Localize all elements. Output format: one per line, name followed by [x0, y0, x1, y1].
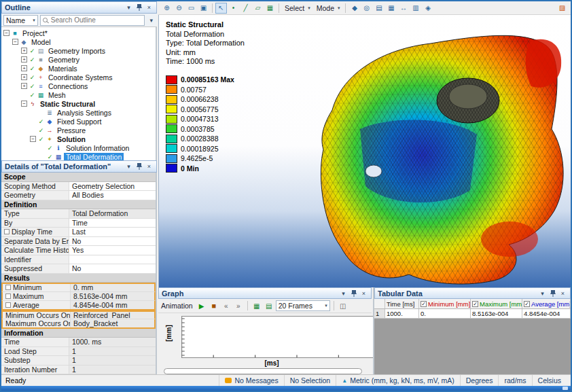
graph-chart-area: [mm] [ms] [158, 313, 372, 374]
maximum-cell[interactable]: 8.5163e-004 [471, 309, 522, 318]
scoping-method-value[interactable]: Geometry Selection [69, 182, 156, 191]
export-video-icon[interactable]: ◫ [338, 301, 348, 311]
select-dropdown[interactable]: Select ▾ [282, 3, 313, 14]
tree-item-solution[interactable]: − ✓ ✦ Solution [1, 135, 156, 143]
tree-item-fixed-support[interactable]: ✓ ◆ Fixed Support [1, 117, 156, 126]
average-column-header: ✓Average [mm] [522, 299, 571, 308]
collapse-icon[interactable]: − [30, 136, 36, 142]
show-mesh-icon[interactable]: ▦ [385, 3, 397, 14]
frames-dropdown[interactable]: 20 Frames ▾ [276, 300, 330, 311]
name-filter-dropdown[interactable]: Name ▾ [3, 15, 38, 26]
calc-history-value[interactable]: Yes [69, 246, 156, 255]
tree-item-mesh[interactable]: ✓ ▦ Mesh [1, 90, 156, 99]
legend-toggle-icon[interactable]: ▥ [410, 3, 421, 14]
geometry-imports-icon: ▤ [37, 48, 44, 54]
select-cursor-icon[interactable]: ↖ [215, 3, 227, 14]
iso-view-icon[interactable]: ◆ [348, 3, 360, 14]
display-time-value[interactable]: Last [69, 228, 156, 236]
pin-icon[interactable] [135, 3, 143, 12]
face-filter-icon[interactable]: ▱ [252, 3, 264, 14]
tree-item-static-structural[interactable]: − ϟ Static Structural [1, 99, 156, 108]
close-icon[interactable]: × [145, 3, 154, 12]
panel-menu-icon[interactable]: ▾ [538, 289, 547, 298]
time-cell[interactable]: 1000. [385, 309, 419, 318]
look-at-icon[interactable]: ◎ [361, 3, 372, 14]
wireframe-icon[interactable]: ▤ [373, 3, 385, 14]
average-cell[interactable]: 4.8454e-004 [522, 309, 571, 318]
pin-icon[interactable] [349, 289, 358, 298]
units-status[interactable]: ▲Metric (mm, kg, kN, ms, mV, mA) [336, 375, 460, 386]
identifier-value[interactable] [69, 255, 156, 264]
minimum-checkbox[interactable]: ✓ [421, 301, 427, 307]
pin-icon[interactable] [548, 289, 557, 298]
tree-item-connections[interactable]: + ✓ ≡ Connections [1, 82, 156, 90]
tree-item-model[interactable]: − ◆ Model [1, 37, 156, 46]
tree-item-geometry-imports[interactable]: + ✓ ▤ Geometry Imports [1, 46, 156, 55]
expand-icon[interactable]: + [21, 56, 27, 63]
expand-icon[interactable]: + [21, 48, 27, 54]
angle-unit-status[interactable]: Degrees [460, 375, 499, 386]
tree-item-pressure[interactable]: ✓ → Pressure [1, 126, 156, 135]
suppressed-value[interactable]: No [69, 264, 156, 273]
vertex-filter-icon[interactable]: • [228, 3, 239, 14]
angular-velocity-unit-status[interactable]: rad/ms [498, 375, 531, 386]
play-button[interactable]: ▶ [196, 301, 207, 311]
tree-item-materials[interactable]: + ✓ ◆ Materials [1, 64, 156, 73]
tree-item-analysis-settings[interactable]: ≣ Analysis Settings [1, 108, 156, 117]
filter-options-icon[interactable]: ▾ [148, 16, 155, 24]
checkbox[interactable] [5, 293, 11, 299]
by-value[interactable]: Time [69, 219, 156, 228]
geometry-value[interactable]: All Bodies [69, 191, 156, 200]
previous-frame-button[interactable]: « [221, 301, 232, 311]
zoom-in-icon[interactable]: ⊕ [161, 3, 173, 14]
zoom-out-icon[interactable]: ⊖ [173, 3, 185, 14]
stop-button[interactable]: ■ [209, 301, 219, 311]
report-preview-icon[interactable]: ▨ [556, 3, 568, 14]
body-filter-icon[interactable]: ▦ [264, 3, 276, 14]
mode-dropdown[interactable]: Mode ▾ [314, 3, 343, 14]
viewport-3d[interactable]: Static Structural Total Deformation Type… [158, 15, 571, 287]
search-input[interactable] [50, 16, 142, 24]
panel-menu-icon[interactable]: ▾ [124, 3, 133, 12]
legend-entry: 0.00018925 [166, 144, 234, 154]
tabular-data-panel: Tabular Data ▾ × Time [ms] ✓Minimum [mm]… [373, 287, 571, 374]
checkbox[interactable] [5, 285, 11, 290]
maximum-checkbox[interactable]: ✓ [472, 301, 478, 307]
checkbox[interactable] [5, 302, 11, 308]
result-sets-icon[interactable]: ▦ [251, 301, 262, 311]
temperature-unit-status[interactable]: Celsius [532, 375, 567, 386]
minimum-cell[interactable]: 0. [419, 309, 471, 318]
close-icon[interactable]: × [558, 289, 567, 298]
average-checkbox[interactable]: ✓ [524, 301, 530, 307]
separate-data-value[interactable]: No [69, 237, 156, 246]
outline-search-box[interactable] [40, 15, 145, 26]
next-frame-button[interactable]: » [233, 301, 244, 311]
tree-item-geometry[interactable]: + ✓ ■ Geometry [1, 55, 156, 64]
tree-item-solution-information[interactable]: ✓ ℹ Solution Information [1, 143, 156, 152]
panel-menu-icon[interactable]: ▾ [124, 162, 133, 171]
pin-icon[interactable] [135, 162, 143, 171]
checkbox[interactable] [4, 229, 10, 234]
tree-item-total-deformation[interactable]: ✓ ▦ Total Deformation [1, 152, 156, 160]
expand-icon[interactable]: + [21, 83, 27, 89]
selection-status[interactable]: No Selection [284, 375, 336, 386]
graph-title: Graph [162, 289, 183, 298]
close-icon[interactable]: × [145, 162, 154, 171]
box-zoom-icon[interactable]: ▭ [185, 3, 197, 14]
time-slider[interactable] [164, 368, 362, 374]
expand-icon[interactable]: + [21, 74, 27, 80]
chart-mode-icon[interactable]: ▤ [264, 301, 274, 311]
edge-filter-icon[interactable]: ╱ [240, 3, 251, 14]
panel-menu-icon[interactable]: ▾ [339, 289, 348, 298]
collapse-icon[interactable]: − [3, 30, 10, 36]
collapse-icon[interactable]: − [21, 101, 27, 107]
triad-icon[interactable]: ◈ [422, 3, 433, 14]
close-icon[interactable]: × [359, 289, 368, 298]
zoom-fit-icon[interactable]: ▣ [198, 3, 209, 14]
collapse-icon[interactable]: − [12, 39, 18, 45]
messages-status[interactable]: No Messages [219, 375, 283, 386]
tree-item-coordinate-systems[interactable]: + ✓ + Coordinate Systems [1, 73, 156, 82]
expand-icon[interactable]: + [21, 65, 27, 71]
ruler-icon[interactable]: ↔ [397, 3, 409, 14]
tree-item-project[interactable]: − ■ Project* [1, 29, 156, 37]
